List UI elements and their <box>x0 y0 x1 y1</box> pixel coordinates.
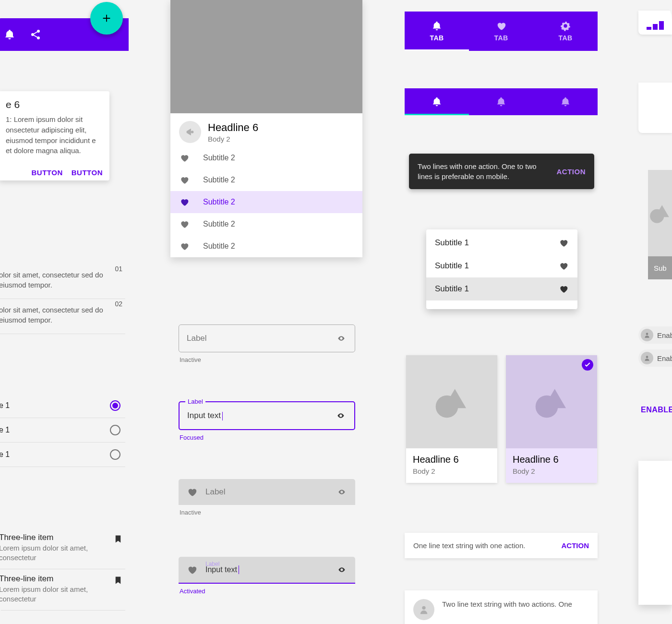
heart-icon[interactable] <box>558 284 569 294</box>
list-item-text: olor sit amet, consectetur sed do eiusmo… <box>0 305 119 325</box>
bell-icon[interactable] <box>4 29 15 40</box>
tab[interactable] <box>469 88 533 115</box>
chip[interactable]: Enab <box>638 349 672 367</box>
horn-icon <box>185 127 195 137</box>
textfield-outlined-focused: Label Input text Focused <box>179 401 355 441</box>
shapes-icon <box>530 383 573 421</box>
share-icon[interactable] <box>30 29 41 40</box>
radio-button[interactable] <box>110 425 120 435</box>
banner-one-line: One line text string with one action. AC… <box>405 533 598 558</box>
shapes-icon <box>430 383 473 421</box>
tab[interactable] <box>405 88 469 115</box>
helper-text: Activated <box>180 588 354 595</box>
heart-icon <box>179 153 190 163</box>
grid-card[interactable]: Headline 6Body 2 <box>406 355 497 483</box>
card-body: Body 2 <box>413 467 491 475</box>
grid-card-selected[interactable]: Headline 6Body 2 <box>506 355 597 483</box>
tab[interactable]: TAB <box>469 12 533 51</box>
tab[interactable]: TAB <box>405 12 469 51</box>
list-item[interactable]: Subtitle 2 <box>170 169 362 191</box>
chart-bar <box>659 21 664 30</box>
tab-label: TAB <box>494 34 508 42</box>
card-button-2[interactable]: BUTTON <box>72 168 103 177</box>
bookmark-icon[interactable] <box>114 534 122 544</box>
list-item-selected[interactable]: Subtitle 2 <box>170 191 362 213</box>
tab-label: TAB <box>558 34 572 42</box>
chip-label: Enab <box>657 331 672 339</box>
chip[interactable]: Enab <box>638 326 672 344</box>
menu: Subtitle 1 Subtitle 1 Subtitle 1 <box>426 229 577 309</box>
heart-icon[interactable] <box>558 238 569 248</box>
eye-icon[interactable] <box>335 412 347 420</box>
card-title: Headline 6 <box>513 454 590 465</box>
menu-item[interactable]: Subtitle 1 <box>426 254 577 277</box>
radio-label: e 1 <box>0 426 10 434</box>
snackbar-text: Two lines with one action. One to two li… <box>418 161 551 181</box>
three-line-list: Three-line item Lorem ipsum dolor sit am… <box>0 528 125 611</box>
banner-two-line: Two line text string with two actions. O… <box>405 590 598 624</box>
plus-icon <box>101 13 112 24</box>
card-placeholder <box>638 83 672 133</box>
list-item[interactable]: olor sit amet, consectetur sed do eiusmo… <box>0 264 125 299</box>
menu-item-label: Subtitle 1 <box>435 238 469 248</box>
list-item[interactable]: Subtitle 2 <box>170 235 362 257</box>
eye-icon[interactable] <box>336 488 348 496</box>
radio-button[interactable] <box>110 449 120 460</box>
radio-list: e 1 e 1 e 1 <box>0 394 125 467</box>
bell-icon <box>560 96 571 107</box>
check-icon <box>584 361 591 369</box>
text-input[interactable]: Label <box>179 479 355 505</box>
enable-button[interactable]: ENABLE <box>641 406 672 414</box>
card-title: e 6 <box>6 99 103 110</box>
media-card: Headline 6 Body 2 Subtitle 2 Subtitle 2 … <box>170 0 362 257</box>
heart-icon <box>496 21 506 31</box>
list-item[interactable]: Subtitle 2 <box>170 213 362 235</box>
card-grid: Headline 6Body 2 Headline 6Body 2 <box>406 355 597 483</box>
eye-icon[interactable] <box>336 335 347 342</box>
text-input[interactable]: Label Input text <box>179 557 355 584</box>
list-item-number: 02 <box>115 300 122 308</box>
radio-row[interactable]: e 1 <box>0 418 125 443</box>
menu-item-selected[interactable]: Subtitle 1 <box>426 277 577 300</box>
helper-text: Inactive <box>180 509 354 516</box>
textfield-filled-inactive: Label Inactive <box>179 479 355 516</box>
list-item[interactable]: Three-line item Lorem ipsum dolor sit am… <box>0 528 125 569</box>
radio-row[interactable]: e 1 <box>0 394 125 418</box>
person-icon <box>644 332 650 338</box>
heart-icon <box>179 175 190 185</box>
tab-bar: TAB TAB TAB <box>405 12 598 51</box>
snackbar-action[interactable]: ACTION <box>557 168 586 176</box>
list-item-label: Subtitle 2 <box>203 220 235 228</box>
person-icon <box>419 604 429 615</box>
bell-icon <box>432 21 442 31</box>
bookmark-icon[interactable] <box>114 575 122 586</box>
tab[interactable] <box>533 88 598 115</box>
list-item[interactable]: Three-line item Lorem ipsum dolor sit am… <box>0 569 125 611</box>
check-badge <box>582 359 593 371</box>
menu-item[interactable]: Subtitle 1 <box>426 231 577 254</box>
helper-text: Inactive <box>180 356 354 363</box>
chart-bar <box>653 24 658 30</box>
numbered-list: olor sit amet, consectetur sed do eiusmo… <box>0 264 125 334</box>
list-item-label: Subtitle 2 <box>203 154 235 162</box>
list-item-label: Subtitle 2 <box>203 242 235 251</box>
list-item[interactable]: olor sit amet, consectetur sed do eiusmo… <box>0 299 125 334</box>
tab-label: TAB <box>430 34 444 42</box>
list-item-title: Three-line item <box>0 533 121 542</box>
radio-row[interactable]: e 1 <box>0 443 125 467</box>
input-label: Label <box>205 561 219 567</box>
radio-button[interactable] <box>110 400 120 411</box>
chip-label: Enab <box>657 354 672 362</box>
tab[interactable]: TAB <box>533 12 598 51</box>
list-item-number: 01 <box>115 265 122 273</box>
card-button-1[interactable]: BUTTON <box>32 168 63 177</box>
banner-action[interactable]: ACTION <box>562 541 589 550</box>
fab-add[interactable] <box>90 2 123 35</box>
text-card: e 6 1: Lorem ipsum dolor sit onsectetur … <box>0 91 109 180</box>
text-cursor <box>239 565 239 574</box>
eye-icon[interactable] <box>336 566 348 574</box>
text-input[interactable]: Label <box>179 324 355 352</box>
heart-icon[interactable] <box>558 261 569 271</box>
text-input[interactable]: Label Input text <box>179 401 355 430</box>
list-item[interactable]: Subtitle 2 <box>170 147 362 169</box>
